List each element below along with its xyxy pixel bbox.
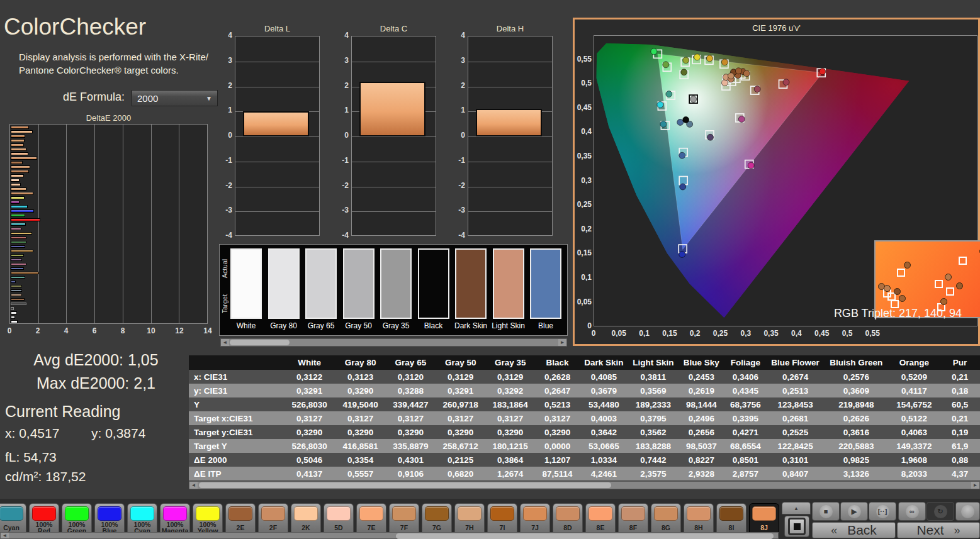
toolbar-up-button[interactable]: ▲ [782, 502, 811, 514]
patch-tab-7j[interactable]: 7J [520, 503, 550, 532]
cie-y-tick-label: 0,15 [575, 248, 592, 257]
table-cell: 189,2333 [628, 397, 679, 411]
play-button[interactable]: ▶ [840, 502, 868, 521]
cie-y-tick-label: 0,1 [575, 273, 592, 282]
measured-dot-marker [683, 57, 689, 64]
scroll-thumb[interactable] [230, 340, 290, 345]
blank-button[interactable] [955, 502, 980, 521]
table-cell: 0,2513 [767, 384, 824, 397]
table-column-header: Orange [889, 355, 940, 370]
scroll-left-arrow[interactable]: ◄ [221, 339, 229, 346]
measurement-table: WhiteGray 80Gray 65Gray 50Gray 35BlackDa… [189, 355, 980, 481]
patch-color-chip [294, 506, 318, 521]
deltae-bar [11, 236, 26, 240]
patch-tab-100cyan[interactable]: 100% Cyan [127, 503, 157, 532]
chevrons-right-icon: » [954, 524, 960, 537]
deltae-chart-title: DeltaE 2000 [9, 113, 208, 123]
deltae-bar [11, 241, 26, 244]
deltae-bar [11, 294, 22, 297]
back-button[interactable]: « Back [812, 522, 896, 538]
scroll-right-arrow[interactable]: ► [558, 339, 566, 346]
patch-tab-8e[interactable]: 8E [585, 503, 616, 532]
patch-tab-5d[interactable]: 5D [324, 503, 354, 532]
scroll-left-arrow[interactable]: ◄ [1, 533, 9, 538]
actual-row-label: Actual [221, 255, 228, 282]
swatch-strip: ActualTargetWhiteGray 80Gray 65Gray 50Gr… [219, 244, 568, 336]
patch-tab-cyan[interactable]: Cyan [0, 503, 26, 532]
table-cell: 0,21 [940, 411, 980, 425]
scroll-thumb[interactable] [199, 482, 611, 488]
table-scrollbar[interactable]: ◄► [189, 481, 980, 489]
inset-measured-dot [956, 282, 963, 289]
patch-tab-8f[interactable]: 8F [618, 503, 648, 532]
patch-color-chip [490, 506, 514, 521]
table-cell: 149,3372 [889, 439, 940, 453]
patch-tab-100blue[interactable]: 100% Blue [94, 503, 125, 532]
table-row-label: ΔE 2000 [189, 453, 284, 467]
table-cell: 0,4137 [284, 467, 335, 481]
patch-tab-8h[interactable]: 8H [684, 503, 714, 532]
rgb-triplet-readout: RGB Triplet: 217, 140, 94 [834, 307, 962, 320]
scroll-thumb[interactable] [396, 533, 774, 539]
table-cell: 0,3290 [436, 425, 485, 439]
table-cell: 0,8227 [679, 453, 724, 467]
patch-tab-7g[interactable]: 7G [422, 503, 452, 532]
patch-tab-2k[interactable]: 2K [291, 503, 321, 532]
table-column-header: Gray 35 [485, 355, 535, 370]
cie-x-tick-label: 0,4 [782, 329, 810, 338]
table-cell: 2,9328 [679, 467, 724, 481]
table-row: y: CIE310,32910,32900,32880,32910,32920,… [189, 384, 980, 397]
patch-tab-8d[interactable]: 8D [553, 503, 583, 532]
scroll-right-arrow[interactable]: ► [971, 482, 979, 489]
table-cell: 0,3679 [580, 384, 628, 397]
target-row-label: Target [221, 290, 228, 318]
stop-button[interactable]: ■ [812, 502, 840, 521]
patch-tab-7f[interactable]: 7F [389, 503, 419, 532]
patch-tab-100green[interactable]: 100% Green [62, 503, 92, 532]
gridline [352, 136, 436, 137]
patch-tab-100red[interactable]: 100% Red [29, 503, 59, 532]
chevrons-left-icon: « [831, 524, 837, 537]
table-cell: 0,3291 [284, 384, 335, 397]
patch-tab-8j[interactable]: 8J [749, 503, 779, 532]
patch-color-chip [196, 506, 220, 521]
gridline [38, 125, 39, 323]
cie-x-tick-label: 0,45 [808, 329, 836, 338]
deltae-bar [11, 196, 25, 199]
next-button-label: Next [916, 523, 943, 538]
next-button[interactable]: Next » [897, 522, 980, 538]
patch-tab-8g[interactable]: 8G [651, 503, 681, 532]
patch-tab-2e[interactable]: 2E [225, 503, 256, 532]
deltae-bar [11, 192, 33, 195]
toolbar-pattern-window-button[interactable] [784, 516, 809, 537]
table-cell: 0,3290 [284, 425, 335, 439]
current-cdm2-readout: cd/m²: 187,52 [5, 469, 86, 484]
patch-swatch-label: Dark Skin [453, 321, 489, 330]
infinity-button[interactable]: ∞ [898, 502, 926, 521]
bracket-dots-button[interactable]: [··] [869, 502, 896, 521]
table-cell: 122,8425 [767, 439, 824, 453]
patch-tab-7i[interactable]: 7I [487, 503, 517, 532]
patch-tab-100magenta[interactable]: 100% Magenta [160, 503, 190, 532]
patch-tab-100yellow[interactable]: 100% Yellow [193, 503, 223, 532]
patch-color-chip [392, 506, 416, 521]
table-cell: 0,2681 [767, 411, 824, 425]
de-formula-select[interactable]: 2000 ▼ [132, 90, 218, 106]
patch-swatch [268, 248, 300, 319]
swatch-strip-scrollbar[interactable]: ◄► [220, 338, 567, 347]
axis-tick-label: 1 [217, 106, 232, 114]
patch-swatch [530, 248, 561, 319]
patch-swatch [455, 248, 487, 319]
table-cell: 3,1326 [824, 467, 889, 481]
patch-tab-8i[interactable]: 8I [716, 503, 746, 532]
toolbar-scrollbar[interactable]: ◄ [0, 532, 779, 539]
cie-x-tick-label: 0,55 [859, 329, 886, 338]
axis-tick-label: -3 [217, 206, 232, 214]
refresh-button[interactable]: ↻ [926, 502, 954, 521]
deltae-bar [11, 152, 28, 155]
patch-tab-7h[interactable]: 7H [454, 503, 485, 532]
inset-measured-dot [945, 274, 952, 281]
scroll-left-arrow[interactable]: ◄ [189, 482, 198, 489]
patch-tab-7e[interactable]: 7E [356, 503, 386, 532]
patch-tab-2f[interactable]: 2F [258, 503, 288, 532]
